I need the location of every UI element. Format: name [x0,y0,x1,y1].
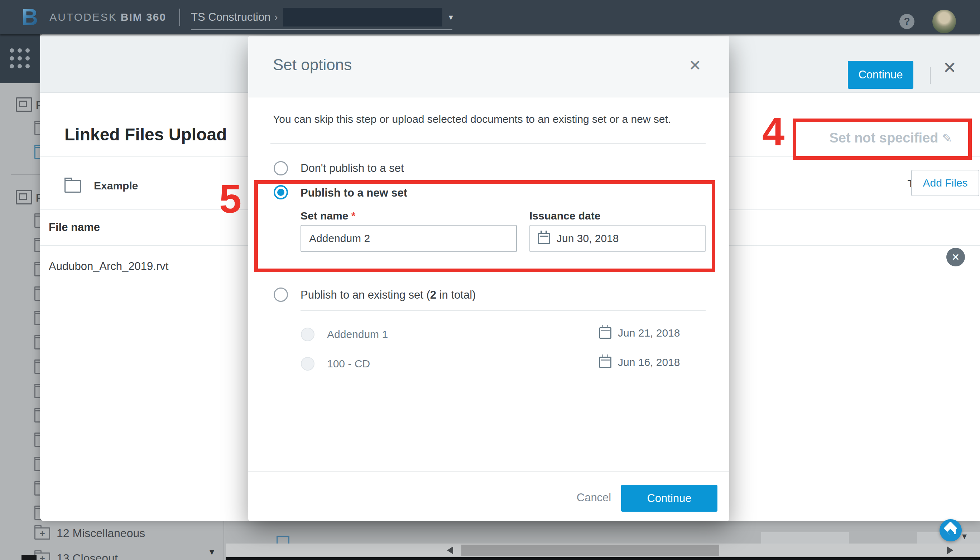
page-title: Linked Files Upload [65,125,227,144]
sidebar-scroll-caret-icon[interactable]: ▾ [210,547,214,557]
cancel-button[interactable]: Cancel [563,491,624,504]
top-bar: B AUTODESKBIM 360 TS Construction › ▾ ? [0,0,980,34]
scroll-right-arrow-icon[interactable] [947,547,953,554]
breadcrumb-chevron: › [274,11,277,23]
modal-continue-button[interactable]: Continue [621,485,718,512]
project-name-redacted[interactable] [283,8,442,27]
apps-grid-icon[interactable] [10,48,30,68]
app-grid-cell [0,34,40,83]
sidebar-item-13-closeout[interactable]: 13 Closeout [57,552,118,560]
folder-name[interactable]: Example [94,180,138,192]
existing-set-date: Jun 21, 2018 [599,327,680,339]
close-icon[interactable]: ✕ [943,58,957,77]
set-options-modal: Set options ✕ You can skip this step or … [248,36,729,521]
help-icon[interactable]: ? [900,14,915,29]
sidebar-item-12-miscellaneous[interactable]: 12 Miscellaneous [57,527,145,540]
remove-file-icon[interactable]: ✕ [946,248,965,267]
plans-icon[interactable] [16,97,32,112]
folder-icon [65,180,81,193]
avatar[interactable] [932,10,956,33]
radio-publish-existing[interactable] [274,288,288,302]
existing-set-date: Jun 16, 2018 [599,356,680,368]
modal-close-icon[interactable]: ✕ [689,57,701,74]
radio-dont-publish[interactable] [274,161,288,175]
radio-existing-set-2[interactable] [301,357,314,371]
annotation-number-4: 4 [762,112,785,152]
calendar-icon [599,327,611,339]
modal-intro-text: You can skip this step or upload selecte… [273,113,671,125]
chevron-down-icon[interactable]: ▾ [449,12,453,22]
screen: P P + 12 Miscellaneous + 13 Closeout ▾ C… [0,0,980,560]
bottom-strip-stub [22,555,37,560]
breadcrumb-underline [191,29,452,30]
annotation-box-5 [254,180,715,272]
modal-title: Set options [273,56,352,74]
existing-set-name[interactable]: 100 - CD [327,358,370,370]
radio-publish-existing-label[interactable]: Publish to an existing set (2 in total) [301,288,476,302]
learning-chat-button[interactable] [940,519,962,542]
bottom-strip [225,557,980,560]
divider [270,143,706,144]
add-files-button[interactable]: Add Files [911,170,979,196]
continue-button-top[interactable]: Continue [848,61,913,89]
bim360-logo: B [22,0,38,34]
dim-row-line [225,531,980,532]
divider [301,310,706,311]
existing-set-name[interactable]: Addendum 1 [327,328,388,340]
modal-footer-divider [248,471,729,472]
breadcrumb[interactable]: TS Construction › ▾ [191,0,453,34]
scroll-left-arrow-icon[interactable] [447,547,453,554]
breadcrumb-project[interactable]: TS Construction [191,11,270,23]
brand-separator [179,8,180,26]
calendar-icon [599,357,611,368]
horizontal-scrollbar-thumb[interactable] [461,545,719,556]
radio-dont-publish-label[interactable]: Don't publish to a set [301,162,404,175]
radio-existing-set-1[interactable] [301,328,314,341]
project-files-icon[interactable] [16,190,32,205]
header-separator [930,67,931,84]
annotation-box-4 [793,118,972,160]
annotation-number-5: 5 [219,179,241,219]
folder-plus-icon[interactable]: + [34,527,50,540]
folder-plus-icon[interactable]: + [34,552,50,560]
chat-caret-icon[interactable]: ▾ [962,531,967,542]
file-name-column-header: File name [49,221,100,234]
file-row-name[interactable]: Audubon_Arch_2019.rvt [49,260,169,273]
brand-text: AUTODESKBIM 360 [49,11,166,23]
dim-button-ghost [761,532,849,543]
